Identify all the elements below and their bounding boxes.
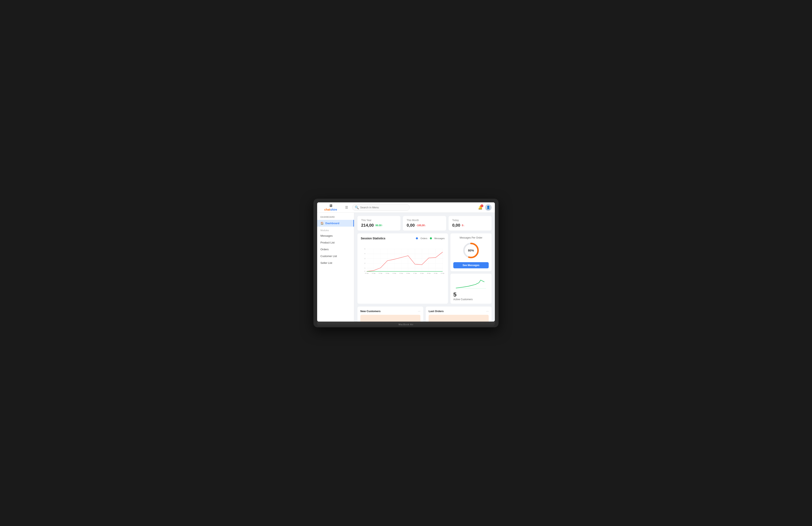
legend-dot-messages bbox=[430, 237, 432, 239]
chart-legend: Orders Messages bbox=[416, 237, 445, 240]
sidebar-item-dashboard[interactable]: 🏠 Dashboard bbox=[317, 220, 354, 227]
svg-text:0: 0 bbox=[364, 271, 365, 272]
header: 🖥 chatshire ☰ 🔍 🔔 1 👤 bbox=[317, 202, 495, 213]
right-panel: Messages Per Order 80% bbox=[450, 234, 492, 304]
logo-blue: shire bbox=[330, 208, 337, 211]
svg-text:19 Ağu: 19 Ağu bbox=[427, 273, 431, 274]
logo-orange: chat bbox=[324, 208, 330, 211]
messages-card-title: Messages Per Order bbox=[453, 236, 489, 239]
sidebar-item-label: Dashboard bbox=[325, 222, 339, 225]
svg-text:11 Ağu: 11 Ağu bbox=[372, 273, 376, 274]
search-bar[interactable]: 🔍 bbox=[352, 204, 410, 211]
stat-value-today: 0,00 0↓ bbox=[452, 223, 488, 228]
legend-dot-orders bbox=[416, 237, 418, 239]
legend-messages-label: Messages bbox=[434, 237, 445, 240]
bottom-row: New Customers ··· Last Orders ··· bbox=[358, 306, 492, 321]
chart-title: Session Statistics bbox=[361, 237, 386, 240]
session-chart-card: Session Statistics Orders Messages bbox=[358, 234, 448, 304]
svg-text:16 Ağu: 16 Ağu bbox=[406, 273, 410, 274]
messages-per-order-card: Messages Per Order 80% bbox=[450, 234, 492, 271]
last-orders-menu[interactable]: ··· bbox=[486, 310, 489, 313]
see-messages-button[interactable]: See Messages bbox=[453, 262, 489, 268]
sidebar-modules-label: Modules bbox=[317, 227, 354, 232]
sidebar-item-customer-list[interactable]: Customer List bbox=[317, 253, 354, 259]
logo-text: chatshire bbox=[324, 208, 337, 211]
new-customers-card: New Customers ··· bbox=[358, 306, 423, 321]
stat-label-this-month: This Month bbox=[407, 219, 442, 222]
app: 🖥 chatshire ☰ 🔍 🔔 1 👤 bbox=[317, 202, 495, 321]
sidebar-item-label: Product List bbox=[320, 241, 335, 244]
svg-text:10 Ağu: 10 Ağu bbox=[365, 273, 368, 274]
sidebar-item-product-list[interactable]: Product List bbox=[317, 239, 354, 246]
svg-text:21 Ağu: 21 Ağu bbox=[441, 273, 445, 274]
stat-value-this-month: 0,00 -100,00↓ bbox=[407, 223, 442, 228]
svg-text:14 Ağu: 14 Ağu bbox=[392, 273, 396, 274]
new-customers-content bbox=[360, 315, 420, 321]
svg-text:18 Ağu: 18 Ağu bbox=[420, 273, 424, 274]
svg-text:4: 4 bbox=[364, 253, 365, 254]
new-customers-title: New Customers bbox=[360, 310, 380, 313]
donut-container: 80% bbox=[453, 241, 489, 260]
svg-text:2: 2 bbox=[364, 262, 365, 264]
stat-card-this-year: This Year 214,00 99.00↑ bbox=[358, 216, 401, 230]
stat-card-today: Today 0,00 0↓ bbox=[449, 216, 492, 230]
svg-text:17 Ağu: 17 Ağu bbox=[413, 273, 417, 274]
svg-text:3: 3 bbox=[364, 258, 365, 259]
svg-text:12 Ağu: 12 Ağu bbox=[379, 273, 382, 274]
dashboard-icon: 🏠 bbox=[320, 222, 324, 225]
notification-badge: 1 bbox=[480, 205, 483, 207]
stat-change-this-year: 99.00↑ bbox=[375, 224, 383, 227]
header-right: 🔔 1 👤 bbox=[478, 204, 492, 211]
sidebar-item-messages[interactable]: Messages bbox=[317, 232, 354, 239]
active-customers-chart bbox=[453, 276, 489, 289]
svg-text:1: 1 bbox=[364, 267, 365, 269]
stat-label-this-year: This Year bbox=[361, 219, 397, 222]
chart-header: Session Statistics Orders Messages bbox=[361, 237, 445, 240]
laptop-label: MacBook Air bbox=[398, 323, 414, 326]
notification-button[interactable]: 🔔 1 bbox=[478, 205, 482, 210]
svg-text:15 Ağu: 15 Ağu bbox=[400, 273, 403, 274]
middle-row: Session Statistics Orders Messages bbox=[358, 234, 492, 304]
stat-label-today: Today bbox=[452, 219, 488, 222]
stat-change-this-month: -100,00↓ bbox=[416, 224, 426, 227]
sidebar-item-label: Messages bbox=[320, 234, 333, 237]
svg-text:5: 5 bbox=[364, 248, 365, 250]
last-orders-content bbox=[429, 315, 489, 321]
sidebar: DASHBOARD 🏠 Dashboard Modules Messages P… bbox=[317, 213, 354, 321]
svg-text:13 Ağu: 13 Ağu bbox=[386, 273, 389, 274]
logo-area: 🖥 chatshire bbox=[320, 204, 341, 211]
dashboard-content: This Year 214,00 99.00↑ This Month 0,00 … bbox=[354, 213, 495, 321]
search-icon: 🔍 bbox=[355, 206, 359, 209]
sidebar-item-seller-list[interactable]: Seller List bbox=[317, 259, 354, 266]
sidebar-item-orders[interactable]: Orders bbox=[317, 246, 354, 253]
sidebar-item-label: Orders bbox=[320, 248, 329, 251]
search-input[interactable] bbox=[360, 206, 407, 209]
laptop-frame: 🖥 chatshire ☰ 🔍 🔔 1 👤 bbox=[314, 199, 498, 327]
svg-text:80%: 80% bbox=[468, 249, 474, 252]
sidebar-item-label: Seller List bbox=[320, 261, 332, 265]
donut-chart: 80% bbox=[462, 241, 480, 260]
active-customers-card: 5 Active Customers bbox=[450, 274, 492, 304]
new-customers-header: New Customers ··· bbox=[360, 310, 420, 313]
active-customers-label: Active Customers bbox=[453, 298, 489, 301]
sidebar-item-label: Customer List bbox=[320, 255, 337, 258]
last-orders-card: Last Orders ··· bbox=[426, 306, 492, 321]
new-customers-menu[interactable]: ··· bbox=[418, 310, 420, 313]
svg-text:20 Ağu: 20 Ağu bbox=[434, 273, 437, 274]
stat-change-today: 0↓ bbox=[462, 224, 465, 227]
session-chart-svg: 0 1 2 3 4 5 bbox=[361, 242, 445, 280]
avatar[interactable]: 👤 bbox=[485, 204, 492, 211]
hamburger-button[interactable]: ☰ bbox=[344, 205, 350, 210]
logo-icon: 🖥 bbox=[329, 204, 333, 208]
main-content: DASHBOARD 🏠 Dashboard Modules Messages P… bbox=[317, 213, 495, 321]
last-orders-header: Last Orders ··· bbox=[429, 310, 489, 313]
active-customers-count: 5 bbox=[453, 291, 489, 298]
stat-value-this-year: 214,00 99.00↑ bbox=[361, 223, 397, 228]
legend-orders-label: Orders bbox=[420, 237, 427, 240]
laptop-bottom: MacBook Air bbox=[317, 321, 495, 327]
stat-card-this-month: This Month 0,00 -100,00↓ bbox=[403, 216, 446, 230]
sidebar-section-label: DASHBOARD bbox=[317, 216, 354, 220]
screen: 🖥 chatshire ☰ 🔍 🔔 1 👤 bbox=[317, 202, 495, 321]
stats-row: This Year 214,00 99.00↑ This Month 0,00 … bbox=[358, 216, 492, 230]
last-orders-title: Last Orders bbox=[429, 310, 444, 313]
